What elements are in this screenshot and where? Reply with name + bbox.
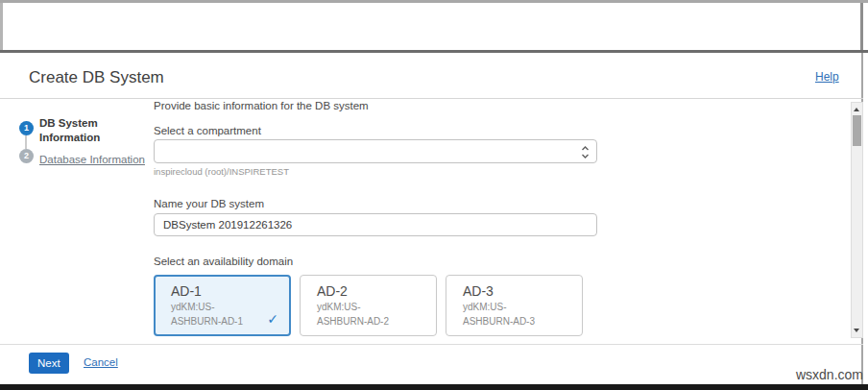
ad-card-title: AD-1: [171, 282, 282, 300]
step-2-indicator: 2: [19, 149, 34, 163]
ad-card-subtitle-line2: ASHBURN-AD-3: [463, 314, 574, 329]
compartment-select[interactable]: [154, 139, 597, 163]
bottom-edge-bar: [0, 384, 868, 390]
watermark-text: wsxdn.com: [796, 367, 863, 382]
scrollbar-down-icon[interactable]: [852, 325, 862, 336]
sidebar-step-database-information[interactable]: Database Information: [39, 154, 145, 165]
create-db-system-page: Create DB System Help 1 2 DB System Info…: [0, 0, 868, 390]
ad-card-subtitle-line2: ASHBURN-AD-2: [317, 314, 428, 329]
ad-card-subtitle-line1: ydKM:US-: [463, 300, 574, 314]
help-link[interactable]: Help: [815, 70, 839, 84]
cancel-link[interactable]: Cancel: [84, 356, 118, 368]
select-caret-icon: [581, 145, 590, 163]
compartment-label: Select a compartment: [154, 125, 261, 136]
db-name-input[interactable]: [154, 213, 597, 236]
availability-domain-cards: AD-1 ydKM:US- ASHBURN-AD-1 ✓ AD-2 ydKM:U…: [154, 275, 583, 336]
header-divider: [0, 98, 863, 99]
compartment-hint: inspirecloud (root)/INSPIRETEST: [154, 166, 289, 177]
ad-card-subtitle-line1: ydKM:US-: [171, 300, 282, 314]
form-intro-text: Provide basic information for the DB sys…: [154, 100, 369, 111]
ad-card-ad-1[interactable]: AD-1 ydKM:US- ASHBURN-AD-1 ✓: [154, 275, 291, 336]
sidebar-step-db-system-information: DB System Information: [39, 116, 124, 144]
browser-chrome-bar: [0, 3, 863, 50]
db-name-label: Name your DB system: [154, 198, 264, 209]
footer-divider: [0, 344, 863, 345]
next-button[interactable]: Next: [29, 353, 69, 374]
step-connector: [25, 135, 27, 149]
page-title: Create DB System: [29, 68, 164, 87]
vertical-scrollbar[interactable]: [851, 102, 863, 338]
ad-card-subtitle-line2: ASHBURN-AD-1: [171, 314, 282, 329]
scrollbar-up-icon[interactable]: [852, 104, 862, 115]
step-1-indicator: 1: [19, 121, 34, 135]
availability-domain-label: Select an availability domain: [154, 256, 293, 267]
ad-card-title: AD-2: [317, 282, 428, 300]
check-icon: ✓: [267, 311, 278, 327]
ad-card-title: AD-3: [463, 282, 574, 300]
ad-card-ad-3[interactable]: AD-3 ydKM:US- ASHBURN-AD-3: [446, 275, 583, 336]
scrollbar-thumb[interactable]: [853, 115, 861, 146]
ad-card-ad-2[interactable]: AD-2 ydKM:US- ASHBURN-AD-2: [300, 275, 437, 336]
window-divider: [0, 50, 868, 53]
ad-card-subtitle-line1: ydKM:US-: [317, 300, 428, 314]
